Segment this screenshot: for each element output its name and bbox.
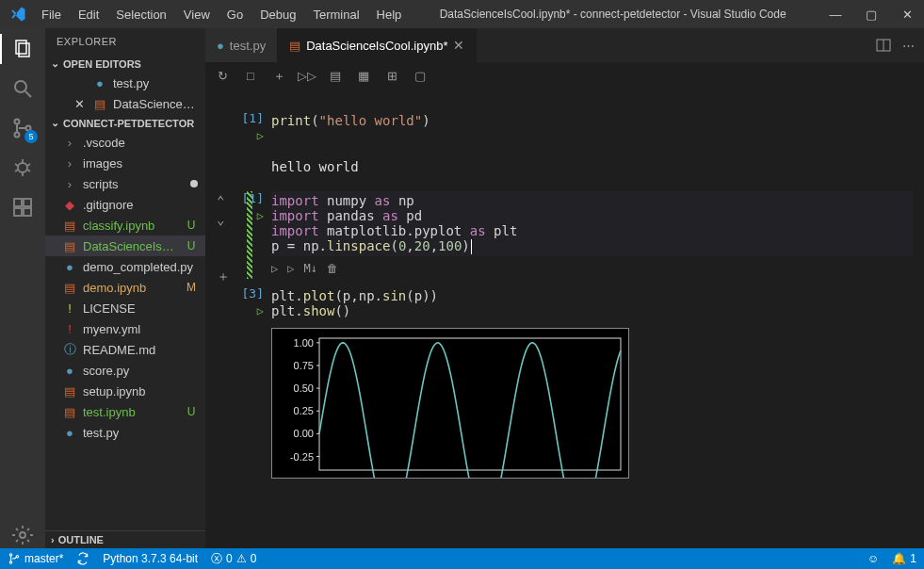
tab-label: DataScienceIsCool.ipynb* [306, 39, 447, 53]
feedback-icon[interactable]: ☺ [867, 552, 879, 565]
menu-go[interactable]: Go [219, 4, 251, 25]
menu-help[interactable]: Help [369, 4, 410, 25]
nb-file-icon: ▤ [62, 405, 77, 419]
menu-selection[interactable]: Selection [108, 4, 173, 25]
restart-kernel-icon[interactable]: ↻ [215, 69, 230, 84]
menu-debug[interactable]: Debug [252, 4, 303, 25]
file-item[interactable]: ◆.gitignore [45, 194, 205, 215]
notebook-cell[interactable]: [3]▷plt.plot(p,np.sin(p))plt.show() -0.2… [205, 283, 924, 486]
chevron-up-icon[interactable]: ⌃ [217, 193, 230, 208]
menu-view[interactable]: View [176, 4, 218, 25]
add-cell-icon[interactable]: ＋ [271, 69, 286, 84]
file-item[interactable]: !LICENSE [45, 298, 205, 318]
editor-tab[interactable]: ▤DataScienceIsCool.ipynb*✕ [278, 28, 477, 62]
run-cell-icon[interactable]: ▷ [257, 129, 264, 142]
code-editor[interactable]: print("hello world") [271, 111, 913, 130]
svg-text:1.00: 1.00 [294, 337, 314, 349]
notebook-cell[interactable]: [1]▷print("hello world") [205, 107, 924, 150]
tab-label: test.py [230, 39, 266, 53]
close-button[interactable]: ✕ [896, 8, 918, 22]
file-item[interactable]: ▤DataScienceIsCo…U [45, 236, 205, 256]
git-status: U [185, 405, 198, 418]
more-actions-icon[interactable]: ⋯ [902, 39, 915, 53]
open-editors-header[interactable]: ⌄ OPEN EDITORS [45, 55, 205, 73]
scm-badge: 5 [24, 130, 38, 143]
status-bar: master* Python 3.7.3 64-bit ⓧ0 ⚠0 ☺ 🔔1 [0, 548, 924, 569]
menu-file[interactable]: File [34, 4, 69, 25]
explorer-icon[interactable] [9, 36, 36, 62]
search-icon[interactable] [9, 75, 36, 102]
file-item[interactable]: ▤test.ipynbU [45, 401, 205, 422]
maximize-button[interactable]: ▢ [860, 8, 883, 22]
py-file-icon: ● [62, 426, 77, 440]
sync-icon[interactable] [76, 552, 89, 565]
file-item[interactable]: ●demo_completed.py [45, 256, 205, 277]
notebook-cell[interactable]: ⌃⌄＋[1]▷import numpy as npimport pandas a… [205, 187, 924, 283]
interrupt-kernel-icon[interactable]: □ [243, 69, 258, 84]
extensions-icon[interactable] [9, 194, 36, 220]
svg-point-4 [15, 120, 20, 124]
file-item[interactable]: ●score.py [45, 360, 205, 381]
cell-tool-icon[interactable]: ▷ [271, 262, 278, 275]
editor-tab[interactable]: ●test.py [205, 28, 278, 62]
close-icon: ✕ [72, 97, 87, 111]
cell-tool-icon[interactable]: M↓ [303, 262, 316, 275]
git-status: U [185, 239, 198, 252]
cell-content: print("hello world") [271, 111, 913, 142]
activity-bar: 5 [0, 28, 45, 548]
code-editor[interactable]: import numpy as npimport pandas as pdimp… [271, 191, 913, 256]
python-interpreter[interactable]: Python 3.7.3 64-bit [103, 552, 198, 565]
chevron-right-icon: › [51, 534, 55, 545]
svg-text:0.00: 0.00 [294, 428, 314, 439]
notebook-body[interactable]: [1]▷print("hello world")hello world⌃⌄＋[1… [205, 90, 924, 548]
vscode-logo-icon [9, 6, 26, 23]
problems[interactable]: ⓧ0 ⚠0 [211, 551, 256, 567]
file-item[interactable]: ▤setup.ipynb [45, 381, 205, 401]
run-all-icon[interactable]: ▷▷ [300, 69, 315, 84]
file-label: classify.ipynb [83, 219, 179, 233]
chevron-down-icon[interactable]: ⌄ [217, 212, 230, 227]
toolbar-icon[interactable]: ⊞ [384, 69, 399, 84]
notifications-icon[interactable]: 🔔1 [892, 552, 916, 565]
debug-icon[interactable] [9, 154, 36, 181]
plot-output: -0.250.000.250.500.751.00 [271, 328, 629, 479]
file-label: DataScienceIsCo… [83, 239, 179, 253]
git-branch[interactable]: master* [8, 552, 63, 565]
open-editor-item[interactable]: ✕▤DataScienceIsCoo… [45, 93, 205, 114]
folder-item[interactable]: ›scripts [45, 173, 205, 194]
yml-file-icon: ! [62, 322, 77, 336]
menu-terminal[interactable]: Terminal [305, 4, 366, 25]
settings-gear-icon[interactable] [9, 522, 36, 548]
file-item[interactable]: ▤demo.ipynbM [45, 277, 205, 298]
cell-tool-icon[interactable]: ▷ [287, 262, 294, 275]
menu-edit[interactable]: Edit [71, 4, 106, 25]
toolbar-icon[interactable]: ▤ [328, 69, 343, 84]
file-item[interactable]: ●test.py [45, 422, 205, 443]
source-control-icon[interactable]: 5 [9, 115, 36, 141]
cell-tool-icon[interactable]: 🗑 [327, 262, 338, 275]
svg-text:0.50: 0.50 [294, 382, 314, 394]
file-label: test.py [113, 76, 198, 90]
file-label: test.py [83, 426, 198, 440]
folder-label: scripts [83, 177, 185, 191]
close-tab-icon[interactable]: ✕ [453, 38, 464, 53]
toolbar-icon[interactable]: ▦ [356, 69, 371, 84]
toolbar-icon[interactable]: ▢ [413, 69, 428, 84]
open-editors-label: OPEN EDITORS [63, 58, 141, 70]
code-editor[interactable]: plt.plot(p,np.sin(p))plt.show() [271, 286, 913, 320]
folder-item[interactable]: ›images [45, 153, 205, 173]
file-item[interactable]: ▤classify.ipynbU [45, 215, 205, 236]
file-item[interactable]: !myenv.yml [45, 318, 205, 339]
outline-header[interactable]: › OUTLINE [45, 530, 205, 548]
workspace-header[interactable]: ⌄ CONNECT-PETDETECTOR [45, 114, 205, 132]
run-cell-icon[interactable]: ▷ [257, 304, 264, 317]
error-icon: ⓧ [211, 551, 222, 567]
minimize-button[interactable]: ― [824, 8, 847, 22]
split-editor-icon[interactable] [876, 38, 891, 53]
file-item[interactable]: ⓘREADME.md [45, 339, 205, 360]
folder-item[interactable]: ›.vscode [45, 132, 205, 153]
open-editor-item[interactable]: ●test.py [45, 73, 205, 93]
svg-line-9 [15, 164, 18, 166]
run-cell-icon[interactable]: ▷ [257, 209, 264, 222]
chevron-right-icon: › [62, 136, 77, 150]
